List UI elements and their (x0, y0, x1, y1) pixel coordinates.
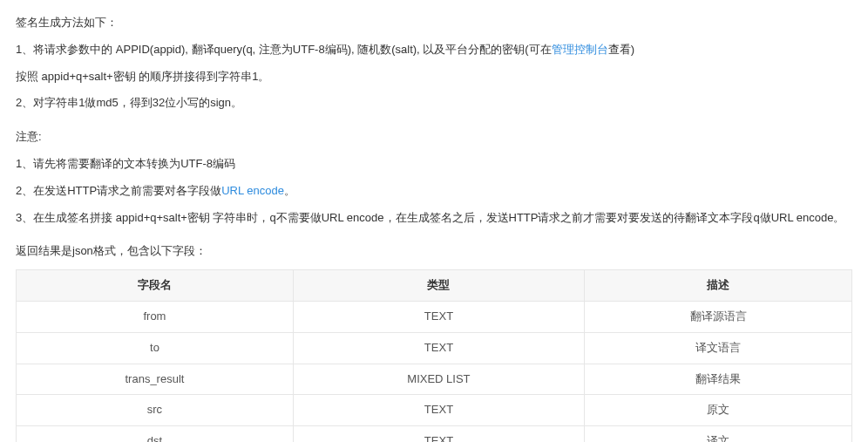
signature-step-1b: 按照 appid+q+salt+密钥 的顺序拼接得到字符串1。 (16, 68, 852, 86)
col-type: 类型 (293, 270, 584, 302)
cell: TEXT (293, 395, 584, 426)
notice-item-3: 3、在生成签名拼接 appid+q+salt+密钥 字符串时，q不需要做URL … (16, 209, 852, 228)
fields-table: 字段名 类型 描述 from TEXT 翻译源语言 to TEXT 译文语言 t… (16, 269, 852, 442)
cell: 原文 (585, 395, 852, 426)
cell: 翻译结果 (585, 364, 852, 395)
cell: 译文 (585, 426, 852, 442)
col-field-name: 字段名 (17, 270, 294, 302)
cell: 译文语言 (585, 332, 852, 364)
signature-step-1: 1、将请求参数中的 APPID(appid), 翻译query(q, 注意为UT… (16, 41, 852, 59)
text: 2、在发送HTTP请求之前需要对各字段做 (16, 184, 221, 197)
table-row: trans_result MIXED LIST 翻译结果 (17, 364, 852, 395)
cell: TEXT (293, 332, 584, 364)
table-row: src TEXT 原文 (17, 395, 852, 426)
cell: from (17, 301, 294, 332)
notice-item-2: 2、在发送HTTP请求之前需要对各字段做URL encode。 (16, 182, 852, 201)
col-desc: 描述 (585, 270, 852, 302)
text: 1、将请求参数中的 APPID(appid), 翻译query(q, 注意为UT… (16, 43, 552, 56)
table-row: from TEXT 翻译源语言 (17, 301, 852, 332)
cell: trans_result (17, 364, 294, 395)
url-encode-link[interactable]: URL encode (221, 184, 284, 197)
cell: TEXT (293, 426, 584, 442)
notice-item-1: 1、请先将需要翻译的文本转换为UTF-8编码 (16, 155, 852, 173)
text: 。 (284, 184, 295, 197)
text: 查看) (608, 43, 634, 56)
cell: dst (17, 426, 294, 442)
console-link[interactable]: 管理控制台 (552, 43, 608, 56)
cell: MIXED LIST (293, 364, 584, 395)
result-heading: 返回结果是json格式，包含以下字段： (16, 242, 852, 261)
notice-heading: 注意: (16, 128, 852, 146)
table-row: dst TEXT 译文 (17, 426, 852, 442)
cell: 翻译源语言 (585, 301, 852, 332)
cell: src (17, 395, 294, 426)
cell: to (17, 332, 294, 364)
signature-step-2: 2、对字符串1做md5，得到32位小写的sign。 (16, 94, 852, 112)
signature-heading: 签名生成方法如下： (16, 14, 852, 32)
table-row: to TEXT 译文语言 (17, 332, 852, 364)
cell: TEXT (293, 301, 584, 332)
table-header-row: 字段名 类型 描述 (17, 270, 852, 302)
